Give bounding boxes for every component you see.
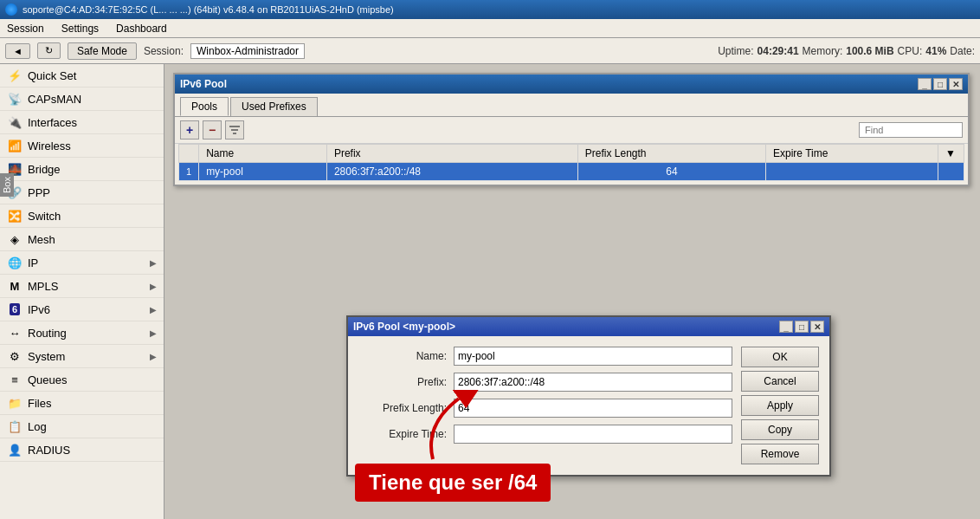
dialog-close-button[interactable]: ✕ — [810, 321, 824, 333]
dialog-controls: _ □ ✕ — [779, 321, 824, 333]
ip-icon — [7, 255, 23, 270]
cell-extra — [938, 163, 964, 181]
sidebar-label-bridge: Bridge — [28, 163, 157, 176]
menu-settings[interactable]: Settings — [58, 22, 102, 36]
sidebar-label-mpls: MPLS — [28, 280, 145, 293]
cell-expire-time — [766, 163, 938, 181]
cell-prefix-length: 64 — [577, 163, 765, 181]
filter-icon — [229, 124, 241, 136]
name-field-row: Name: — [358, 347, 732, 366]
col-dropdown[interactable]: ▼ — [938, 145, 964, 163]
remove-button[interactable]: − — [203, 120, 222, 139]
sidebar-label-wireless: Wireless — [28, 139, 157, 152]
annotation-container: Tiene que ser /64 — [355, 464, 551, 502]
sidebar-item-capsman[interactable]: CAPsMAN — [0, 88, 164, 111]
sidebar-item-wireless[interactable]: Wireless — [0, 134, 164, 158]
sidebar-item-quick-set[interactable]: Quick Set — [0, 64, 164, 88]
col-expire-time[interactable]: Expire Time — [766, 145, 938, 163]
sidebar-item-mpls[interactable]: MPLS ▶ — [0, 275, 164, 298]
uptime-label: Uptime: — [718, 45, 753, 57]
cell-name: my-pool — [199, 163, 327, 181]
dialog-maximize-button[interactable]: □ — [795, 321, 809, 333]
ok-button[interactable]: OK — [741, 347, 819, 367]
system-icon — [7, 348, 23, 364]
maximize-button[interactable]: □ — [933, 78, 947, 90]
refresh-button[interactable]: ↻ — [37, 42, 61, 59]
sidebar-label-files: Files — [28, 397, 157, 410]
tab-pools[interactable]: Pools — [180, 97, 229, 116]
main-layout: Box Quick Set CAPsMAN Interfaces Wireles… — [0, 64, 980, 519]
apply-button[interactable]: Apply — [741, 395, 819, 416]
sidebar: Quick Set CAPsMAN Interfaces Wireless Br… — [0, 64, 164, 519]
back-button[interactable]: ◄ — [5, 43, 30, 59]
routing-arrow-icon: ▶ — [150, 328, 157, 338]
mesh-icon — [7, 231, 23, 247]
capsman-icon — [7, 91, 23, 107]
prefix-input[interactable] — [454, 373, 732, 392]
col-prefix-length[interactable]: Prefix Length — [577, 145, 765, 163]
pool-window-title: IPv6 Pool — [180, 78, 227, 90]
filter-button[interactable] — [225, 120, 244, 139]
col-prefix[interactable]: Prefix — [326, 145, 577, 163]
menu-dashboard[interactable]: Dashboard — [113, 22, 171, 36]
toolbar: ◄ ↻ Safe Mode Session: Winbox-Administra… — [0, 38, 980, 64]
sidebar-label-system: System — [28, 350, 145, 363]
table-row[interactable]: 1 my-pool 2806:3f7:a200::/48 64 — [179, 163, 964, 181]
wireless-icon — [7, 138, 23, 153]
queues-icon — [7, 372, 23, 387]
dialog-minimize-button[interactable]: _ — [779, 321, 793, 333]
pool-tabs: Pools Used Prefixes — [175, 94, 968, 117]
log-icon — [7, 418, 23, 434]
cell-prefix: 2806:3f7:a200::/48 — [326, 163, 577, 181]
files-icon — [7, 395, 23, 411]
name-input[interactable] — [454, 347, 732, 366]
col-num — [179, 145, 199, 163]
sidebar-item-switch[interactable]: Switch — [0, 204, 164, 228]
sidebar-item-mesh[interactable]: Mesh — [0, 228, 164, 251]
sidebar-item-radius[interactable]: RADIUS — [0, 438, 164, 462]
pool-table: Name Prefix Prefix Length Expire Time ▼ … — [178, 144, 964, 181]
find-input[interactable] — [859, 122, 963, 138]
sidebar-label-radius: RADIUS — [28, 444, 157, 457]
sidebar-item-ipv6[interactable]: IPv6 ▶ — [0, 298, 164, 321]
sidebar-label-mesh: Mesh — [28, 233, 157, 246]
remove-button[interactable]: Remove — [741, 444, 819, 464]
expire-time-input[interactable] — [454, 425, 732, 444]
system-arrow-icon: ▶ — [150, 352, 157, 361]
minimize-button[interactable]: _ — [918, 78, 932, 90]
add-button[interactable]: + — [180, 120, 199, 139]
memory-value: 100.6 MiB — [846, 45, 893, 57]
session-value: Winbox-Administrador — [190, 43, 305, 59]
sidebar-item-ppp[interactable]: PPP — [0, 181, 164, 204]
uptime-value: 04:29:41 — [758, 45, 799, 57]
content-area: IPv6 Pool _ □ ✕ Pools Used Prefixes + − — [164, 64, 980, 519]
sidebar-item-files[interactable]: Files — [0, 392, 164, 415]
dialog-titlebar: IPv6 Pool <my-pool> _ □ ✕ — [348, 317, 829, 336]
close-button[interactable]: ✕ — [949, 78, 963, 90]
sidebar-item-queues[interactable]: Queues — [0, 368, 164, 392]
radius-icon — [7, 442, 23, 457]
sidebar-label-queues: Queues — [28, 373, 157, 386]
sidebar-item-log[interactable]: Log — [0, 415, 164, 438]
ipv6-icon — [7, 302, 23, 317]
sidebar-label-quick-set: Quick Set — [28, 69, 157, 82]
winbox-label: Box — [0, 173, 14, 197]
dialog-buttons: OK Cancel Apply Copy Remove — [741, 347, 819, 464]
col-name[interactable]: Name — [199, 145, 327, 163]
sidebar-label-ip: IP — [28, 256, 145, 269]
mpls-arrow-icon: ▶ — [150, 282, 157, 291]
sidebar-item-ip[interactable]: IP ▶ — [0, 251, 164, 275]
sidebar-item-interfaces[interactable]: Interfaces — [0, 111, 164, 134]
menu-session[interactable]: Session — [3, 22, 48, 36]
tab-used-prefixes[interactable]: Used Prefixes — [230, 97, 318, 116]
sidebar-item-system[interactable]: System ▶ — [0, 345, 164, 368]
safe-mode-button[interactable]: Safe Mode — [68, 42, 137, 60]
copy-button[interactable]: Copy — [741, 419, 819, 440]
sidebar-item-bridge[interactable]: Bridge — [0, 158, 164, 181]
memory-label: Memory: — [803, 45, 843, 57]
title-text: soporte@C4:AD:34:7E:92:5C (L... ... ...)… — [23, 4, 394, 15]
prefix-length-input[interactable] — [454, 399, 732, 418]
sidebar-item-routing[interactable]: Routing ▶ — [0, 321, 164, 345]
cancel-button[interactable]: Cancel — [741, 371, 819, 392]
sidebar-label-routing: Routing — [28, 327, 145, 340]
